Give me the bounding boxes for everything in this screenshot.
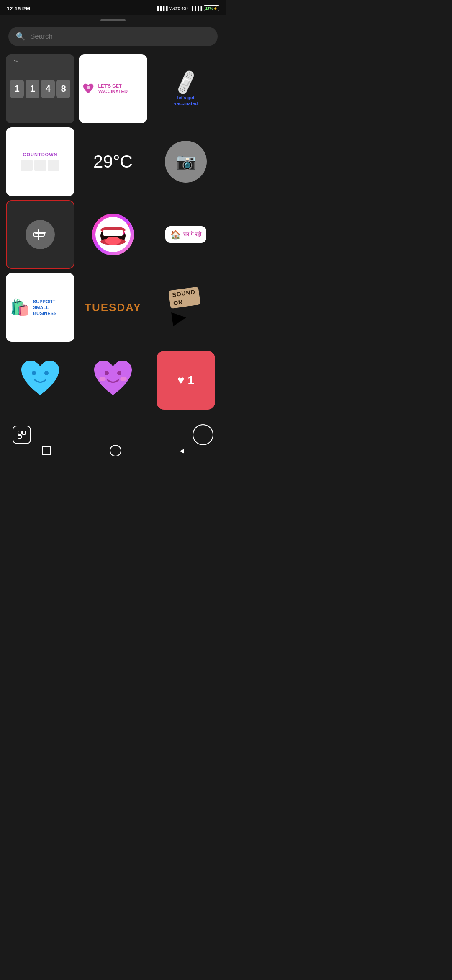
sticker-ghar[interactable]: 🏠 घर पे रहो [152, 200, 220, 269]
vaccinated-text: LET'S GET VACCINATED [98, 83, 144, 94]
search-input[interactable] [30, 32, 210, 41]
sticker-tuesday[interactable]: TUESDAY [79, 273, 147, 342]
clock-digit-2: 1 [26, 80, 39, 98]
purple-heart-svg [90, 357, 136, 403]
sticker-add[interactable] [6, 200, 74, 269]
sticker-like[interactable]: ♥ 1 [152, 346, 220, 415]
nav-recent-button[interactable] [13, 426, 31, 444]
blue-heart-svg [17, 357, 63, 403]
sticker-vaccinated[interactable]: LET'S GET VACCINATED [79, 54, 147, 123]
signal2-icon: ▐▐▐▐ [190, 6, 202, 11]
svg-point-0 [87, 86, 90, 89]
status-bar: 12:16 PM ▐▐▐▐ VoLTE 4G+ ▐▐▐▐ 27% ⚡ [0, 0, 226, 15]
mouth-svg: ♥ ♥ [90, 211, 136, 258]
clock-digit-3: 4 [41, 80, 55, 98]
nav-circle-home-icon[interactable] [110, 445, 121, 456]
svg-point-15 [105, 371, 109, 375]
svg-rect-9 [103, 230, 123, 236]
svg-rect-20 [22, 431, 26, 434]
nav-home-button[interactable] [193, 424, 213, 445]
add-circle [26, 220, 55, 249]
status-icons: ▐▐▐▐ VoLTE 4G+ ▐▐▐▐ 27% ⚡ [156, 5, 219, 11]
signal-icon: ▐▐▐▐ [156, 6, 167, 11]
nav-square-icon[interactable] [42, 446, 51, 455]
bandage-emoji: 🩹 [171, 68, 200, 96]
camera-circle: 📷 [165, 141, 207, 183]
sticker-camera[interactable]: 📷 [152, 127, 220, 196]
recent-apps-icon [17, 430, 26, 439]
nav-bar [0, 426, 226, 443]
camera-icon: 📷 [176, 152, 196, 171]
like-count: 1 [188, 374, 195, 387]
sticker-grid: AM 1 1 4 8 LET'S GET VACCINATED 🩹 let's … [0, 54, 226, 415]
sticker-purple-heart[interactable] [79, 346, 147, 415]
soundon-wrap: SOUNDON ▶ [168, 286, 203, 328]
support-text: SUPPORT SMALL BUSINESS [33, 299, 70, 317]
clock-digit-4: 8 [56, 80, 70, 98]
sticker-temperature[interactable]: 29°C [79, 127, 147, 196]
temperature-value: 29°C [93, 152, 133, 172]
svg-point-17 [99, 377, 106, 381]
bottom-nav: ◀ [0, 423, 226, 461]
bandage-text: let's getvaccinated [174, 95, 198, 107]
support-bag-icon: 🛍️ [10, 298, 30, 317]
nav-back-icon[interactable]: ◀ [180, 447, 184, 454]
sticker-countdown[interactable]: COUNTDOWN [6, 127, 74, 196]
svg-point-14 [44, 371, 49, 375]
volte-icon: VoLTE 4G+ [170, 6, 189, 10]
like-heart-icon: ♥ [177, 374, 185, 387]
sticker-mouth[interactable]: ♥ ♥ [79, 200, 147, 269]
countdown-title: COUNTDOWN [23, 152, 58, 157]
nav-system-bar: ◀ [0, 445, 226, 456]
sticker-soundon[interactable]: SOUNDON ▶ [152, 273, 220, 342]
vaccinated-heart-icon [82, 81, 95, 96]
tuesday-text: TUESDAY [85, 301, 141, 314]
svg-rect-1 [38, 229, 39, 240]
clock-digit-1: 1 [10, 80, 24, 98]
sticker-bandage[interactable]: 🩹 let's getvaccinated [152, 54, 220, 123]
countdown-box-1 [21, 160, 33, 171]
clock-ampm: AM [13, 59, 18, 63]
ghar-inner: 🏠 घर पे रहो [165, 226, 206, 243]
svg-point-18 [120, 377, 127, 381]
soundon-arrow-icon: ▶ [171, 305, 188, 328]
like-box: ♥ 1 [157, 351, 215, 409]
countdown-box-3 [48, 160, 59, 171]
add-icon [33, 227, 48, 242]
search-icon: 🔍 [16, 32, 25, 41]
sticker-support[interactable]: 🛍️ SUPPORT SMALL BUSINESS [6, 273, 74, 342]
svg-point-10 [105, 237, 121, 245]
countdown-box-2 [34, 160, 46, 171]
svg-text:♥: ♥ [123, 231, 125, 235]
drag-handle[interactable] [100, 19, 126, 21]
svg-rect-19 [18, 431, 21, 434]
svg-text:♥: ♥ [127, 221, 130, 228]
ghar-heart-icon: 🏠 [170, 230, 181, 240]
sticker-clock[interactable]: AM 1 1 4 8 [6, 54, 74, 123]
countdown-boxes [21, 160, 59, 171]
svg-rect-21 [18, 435, 21, 438]
svg-point-16 [117, 371, 121, 375]
status-time: 12:16 PM [7, 5, 30, 12]
svg-point-13 [32, 371, 36, 375]
search-bar[interactable]: 🔍 [8, 27, 218, 46]
ghar-text: घर पे रहो [183, 231, 201, 238]
battery-indicator: 27% ⚡ [204, 5, 219, 11]
sticker-blue-heart[interactable] [6, 346, 74, 415]
